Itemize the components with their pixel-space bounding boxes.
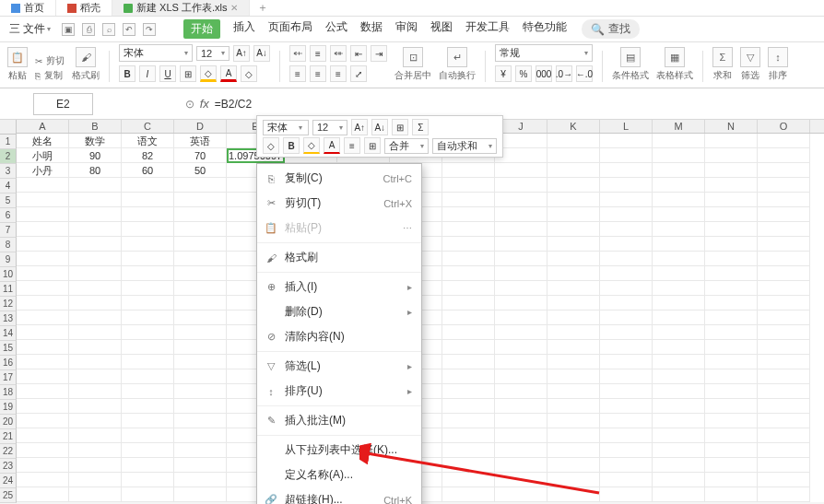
cell[interactable] bbox=[653, 134, 705, 148]
cell[interactable] bbox=[122, 193, 174, 207]
cell[interactable] bbox=[758, 163, 810, 178]
cell[interactable] bbox=[758, 355, 810, 369]
cell[interactable] bbox=[495, 222, 547, 237]
cell[interactable] bbox=[122, 178, 174, 193]
cell[interactable] bbox=[653, 487, 705, 502]
cell[interactable] bbox=[495, 311, 547, 325]
cell[interactable] bbox=[653, 311, 705, 325]
cell-A2[interactable]: 小明 bbox=[17, 148, 69, 163]
cell[interactable] bbox=[122, 296, 174, 311]
cell[interactable] bbox=[495, 281, 547, 296]
cell[interactable] bbox=[174, 311, 227, 325]
cm-clear[interactable]: ⊘清除内容(N) bbox=[257, 324, 421, 349]
decrease-font-icon[interactable]: A↓ bbox=[253, 45, 270, 62]
cell-C3[interactable]: 60 bbox=[122, 163, 174, 178]
cm-paste[interactable]: 📋粘贴(P)⋯ bbox=[257, 216, 421, 240]
row-header-4[interactable]: 4 bbox=[0, 179, 17, 193]
cell[interactable] bbox=[758, 222, 810, 237]
cell[interactable] bbox=[758, 428, 810, 443]
cell[interactable] bbox=[653, 296, 705, 311]
mini-size-select[interactable]: 12▾ bbox=[312, 120, 347, 135]
cell[interactable] bbox=[122, 399, 174, 414]
cell[interactable] bbox=[600, 340, 653, 355]
cell[interactable] bbox=[442, 325, 495, 340]
cell[interactable] bbox=[547, 399, 600, 414]
cell[interactable] bbox=[495, 296, 547, 311]
cell[interactable] bbox=[17, 311, 69, 325]
cell[interactable] bbox=[653, 252, 705, 266]
cut-icon[interactable]: ✂ bbox=[35, 56, 42, 66]
cell[interactable] bbox=[442, 443, 495, 458]
bold-button[interactable]: B bbox=[119, 65, 135, 82]
tab-home[interactable]: 首页 bbox=[0, 0, 56, 16]
cell[interactable] bbox=[758, 325, 810, 340]
cm-dropdown-select[interactable]: 从下拉列表中选择(K)... bbox=[257, 438, 421, 463]
cell[interactable] bbox=[174, 487, 227, 502]
cell[interactable] bbox=[495, 193, 547, 207]
cell[interactable] bbox=[600, 178, 653, 193]
mini-align-icon[interactable]: ≡ bbox=[344, 137, 360, 154]
cell[interactable] bbox=[653, 266, 705, 281]
cell[interactable] bbox=[442, 281, 495, 296]
cell[interactable] bbox=[653, 443, 705, 458]
cell[interactable] bbox=[547, 266, 600, 281]
cell[interactable] bbox=[600, 163, 653, 178]
cell[interactable] bbox=[69, 296, 122, 311]
cell[interactable] bbox=[600, 237, 653, 252]
cell[interactable] bbox=[174, 414, 227, 428]
cell[interactable] bbox=[758, 340, 810, 355]
col-header-A[interactable]: A bbox=[17, 120, 69, 133]
select-all-corner[interactable] bbox=[0, 120, 17, 135]
cell[interactable] bbox=[17, 266, 69, 281]
row-header-21[interactable]: 21 bbox=[0, 429, 17, 444]
cm-copy[interactable]: ⎘复制(C)Ctrl+C bbox=[257, 166, 421, 191]
cell[interactable] bbox=[442, 473, 495, 487]
cell-C1[interactable]: 语文 bbox=[122, 134, 174, 148]
row-header-11[interactable]: 11 bbox=[0, 282, 17, 297]
cell[interactable] bbox=[69, 414, 122, 428]
row-header-1[interactable]: 1 bbox=[0, 135, 17, 149]
cell[interactable] bbox=[442, 369, 495, 384]
cell[interactable] bbox=[600, 266, 653, 281]
cell[interactable] bbox=[600, 384, 653, 399]
cell[interactable] bbox=[122, 237, 174, 252]
dec-decimal-icon[interactable]: ←.0 bbox=[576, 65, 593, 82]
paste-icon[interactable]: 📋 bbox=[7, 47, 28, 67]
cell[interactable] bbox=[442, 428, 495, 443]
col-header-M[interactable]: M bbox=[653, 120, 705, 133]
cell[interactable] bbox=[600, 134, 653, 148]
cell[interactable] bbox=[442, 163, 495, 178]
wrap-text[interactable]: ↵ 自动换行 bbox=[439, 47, 476, 82]
cell[interactable] bbox=[69, 340, 122, 355]
row-header-14[interactable]: 14 bbox=[0, 326, 17, 341]
cell[interactable] bbox=[600, 355, 653, 369]
cell[interactable] bbox=[547, 193, 600, 207]
format-painter[interactable]: 🖌 格式刷 bbox=[72, 47, 100, 82]
ribbon-start[interactable]: 开始 bbox=[183, 19, 220, 39]
cell[interactable] bbox=[495, 163, 547, 178]
cell-A1[interactable]: 姓名 bbox=[17, 134, 69, 148]
mini-format-icon[interactable]: ◇ bbox=[263, 137, 279, 154]
cell[interactable] bbox=[705, 428, 758, 443]
cell[interactable] bbox=[442, 207, 495, 222]
cell[interactable] bbox=[122, 266, 174, 281]
cell[interactable] bbox=[705, 296, 758, 311]
cell[interactable] bbox=[174, 207, 227, 222]
cell[interactable] bbox=[17, 178, 69, 193]
cell[interactable] bbox=[547, 237, 600, 252]
cell[interactable] bbox=[705, 178, 758, 193]
cell[interactable] bbox=[600, 428, 653, 443]
row-header-18[interactable]: 18 bbox=[0, 385, 17, 400]
cell[interactable] bbox=[653, 340, 705, 355]
tab-doc[interactable]: 稻壳 bbox=[56, 0, 112, 16]
cell[interactable] bbox=[547, 178, 600, 193]
cell[interactable] bbox=[705, 399, 758, 414]
cell[interactable] bbox=[547, 163, 600, 178]
cell[interactable] bbox=[653, 369, 705, 384]
mini-font-color-icon[interactable]: A bbox=[324, 137, 340, 154]
col-header-B[interactable]: B bbox=[69, 120, 122, 133]
cell[interactable] bbox=[758, 443, 810, 458]
new-tab-button[interactable]: ＋ bbox=[250, 0, 276, 16]
cell[interactable] bbox=[705, 237, 758, 252]
font-name-select[interactable]: 宋体▾ bbox=[119, 44, 193, 62]
